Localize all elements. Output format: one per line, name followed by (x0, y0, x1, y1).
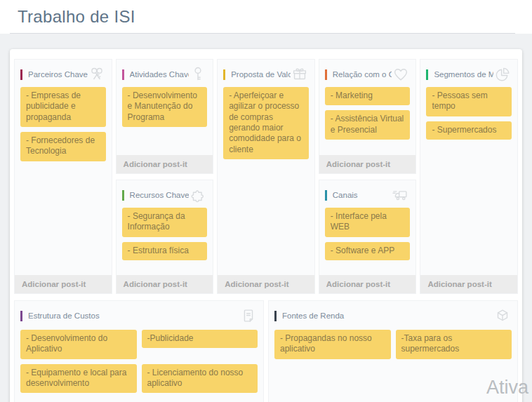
postit-note[interactable]: - Segurança da Informação (122, 208, 208, 237)
column-proposta: Proposta de Valor - Aperfeiçoar e agiliz… (217, 59, 315, 294)
section-title: Proposta de Valor (231, 70, 291, 79)
section-header: Parceiros Chave (15, 60, 112, 87)
top-bar: Trabalho de ISI (0, 0, 532, 34)
section-title: Atividades Chave (130, 70, 189, 79)
section-canais: Canais - Interface pela WEB - Software e… (319, 180, 417, 294)
money-bag-icon (493, 307, 512, 325)
canvas-main-row: Parceiros Chave - Empresas de publicidad… (14, 59, 518, 294)
pie-chart-icon (493, 65, 512, 83)
accent-bar (426, 69, 428, 80)
page-title: Trabalho de ISI (10, 0, 515, 33)
column-relacao: Relação com o Cliente - Marketing - Assi… (319, 59, 417, 294)
postit-note[interactable]: - Supermercados (426, 121, 512, 140)
accent-bar (20, 69, 22, 80)
section-segmentos-de-mercado: Segmentos de Mercado - Pessoas sem tempo… (420, 59, 518, 294)
postit-note[interactable]: - Desenvolvimento e Manutenção do Progra… (122, 87, 208, 127)
accent-bar (325, 69, 327, 80)
postit-note[interactable]: - Pessoas sem tempo (426, 87, 512, 116)
postit-note[interactable]: - Propagandas no nosso aplicativo (274, 330, 391, 359)
accent-bar (325, 190, 327, 201)
section-title: Segmentos de Mercado (434, 70, 493, 79)
section-title: Canais (333, 191, 392, 199)
add-postit-button[interactable]: Adicionar post-it (319, 155, 416, 173)
section-header: Segmentos de Mercado (420, 60, 517, 87)
keys-icon (88, 65, 106, 83)
postit-note[interactable]: -Taxa para os supermercados (396, 330, 512, 359)
section-header: Proposta de Valor (218, 60, 314, 87)
section-header: Canais (319, 180, 416, 208)
section-atividades-chave: Atividades Chave - Desenvolvimento e Man… (116, 59, 214, 174)
add-postit-button[interactable]: Adicionar post-it (420, 275, 517, 293)
postit-note[interactable]: -Publicidade (142, 330, 258, 348)
section-estrutura-de-custos: Estrutura de Custos - Desenvolvimento do… (14, 300, 264, 402)
section-header: Recursos Chave (117, 180, 213, 208)
postit-note[interactable]: - Fornecedores de Tecnologia (20, 132, 106, 161)
postit-note[interactable]: - Software e APP (325, 242, 411, 260)
section-title: Parceiros Chave (28, 70, 88, 79)
key-icon (189, 65, 207, 83)
column-atividades: Atividades Chave - Desenvolvimento e Man… (116, 59, 214, 294)
postit-note[interactable]: - Equipamento e local para desenvolvimen… (20, 364, 137, 394)
add-postit-button[interactable]: Adicionar post-it (15, 275, 112, 293)
postit-note[interactable]: - Marketing (325, 87, 411, 105)
accent-bar (20, 311, 22, 321)
accent-bar (223, 69, 225, 80)
postit-grid: - Propagandas no nosso aplicativo -Taxa … (269, 328, 517, 359)
truck-icon (392, 186, 410, 204)
section-header: Relação com o Cliente (319, 60, 416, 87)
section-parceiros-chave: Parceiros Chave - Empresas de publicidad… (14, 59, 112, 294)
postit-note[interactable]: - Desenvolvimento do Aplicativo (20, 330, 137, 359)
add-postit-button[interactable]: Adicionar post-it (117, 275, 213, 293)
postit-note[interactable]: - Empresas de publicidade e propaganda (20, 87, 106, 127)
section-recursos-chave: Recursos Chave - Segurança da Informação… (116, 180, 214, 294)
accent-bar (122, 69, 124, 80)
section-title: Recursos Chave (130, 191, 189, 199)
accent-bar (274, 311, 277, 321)
section-relacao-com-o-cliente: Relação com o Cliente - Marketing - Assi… (319, 59, 417, 174)
business-model-canvas: Parceiros Chave - Empresas de publicidad… (10, 49, 522, 402)
postit-note[interactable]: - Estrutura física (122, 242, 208, 260)
column-segmentos: Segmentos de Mercado - Pessoas sem tempo… (420, 59, 518, 294)
postit-note[interactable]: - Aperfeiçoar e agilizar o processo de c… (223, 87, 309, 159)
add-postit-button[interactable]: Adicionar post-it (218, 275, 314, 293)
postit-grid: - Desenvolvimento do Aplicativo -Publici… (15, 328, 263, 393)
section-header: Fontes de Renda (269, 301, 517, 328)
accent-bar (122, 190, 124, 201)
postit-note[interactable]: - Interface pela WEB (325, 208, 411, 237)
windows-activation-watermark: Ativa (486, 377, 528, 398)
postit-note[interactable]: - Licenciamento do nosso aplicativo (142, 364, 258, 394)
section-title: Estrutura de Custos (28, 311, 239, 320)
top-bar-divider: Trabalho de ISI (10, 0, 515, 34)
section-proposta-de-valor: Proposta de Valor - Aperfeiçoar e agiliz… (217, 59, 315, 294)
section-header: Estrutura de Custos (15, 301, 263, 328)
heart-icon (392, 65, 410, 83)
postit-note[interactable]: - Assistência Virtual e Presencial (325, 110, 411, 140)
column-parceiros: Parceiros Chave - Empresas de publicidad… (14, 59, 112, 294)
add-postit-button[interactable]: Adicionar post-it (319, 275, 416, 293)
puzzle-icon (189, 186, 207, 204)
canvas-bottom-row: Estrutura de Custos - Desenvolvimento do… (14, 300, 518, 402)
section-title: Relação com o Cliente (333, 70, 392, 79)
section-title: Fontes de Renda (282, 311, 493, 320)
section-header: Atividades Chave (117, 60, 213, 87)
add-postit-button[interactable]: Adicionar post-it (117, 155, 213, 173)
document-icon (239, 307, 258, 325)
gift-icon (291, 65, 309, 83)
section-fontes-de-renda: Fontes de Renda - Propagandas no nosso a… (268, 300, 518, 402)
